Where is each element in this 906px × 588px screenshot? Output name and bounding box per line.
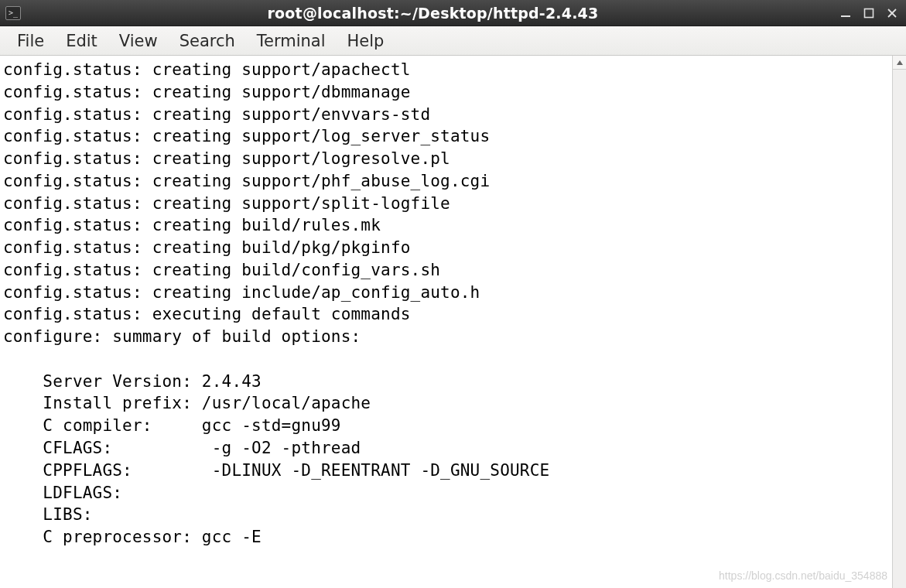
svg-rect-2 — [841, 15, 850, 17]
window-title: root@localhost:~/Desktop/httpd-2.4.43 — [26, 5, 839, 22]
svg-text:>_: >_ — [9, 9, 19, 18]
menu-edit[interactable]: Edit — [56, 29, 107, 53]
menu-bar: File Edit View Search Terminal Help — [0, 26, 906, 56]
minimize-button[interactable] — [839, 7, 852, 19]
terminal-output[interactable]: config.status: creating support/apachect… — [0, 56, 892, 588]
menu-file[interactable]: File — [8, 29, 53, 53]
terminal-app-icon: >_ — [5, 5, 22, 22]
scroll-up-stepper[interactable] — [893, 56, 906, 70]
window-titlebar: >_ root@localhost:~/Desktop/httpd-2.4.43 — [0, 0, 906, 26]
menu-view[interactable]: View — [110, 29, 167, 53]
menu-help[interactable]: Help — [338, 29, 394, 53]
maximize-button[interactable] — [863, 7, 875, 19]
close-button[interactable] — [886, 7, 898, 19]
window-controls — [839, 7, 901, 19]
svg-marker-6 — [897, 60, 903, 65]
svg-rect-3 — [865, 9, 874, 17]
menu-search[interactable]: Search — [170, 29, 244, 53]
menu-terminal[interactable]: Terminal — [248, 29, 335, 53]
vertical-scrollbar[interactable] — [892, 56, 906, 588]
